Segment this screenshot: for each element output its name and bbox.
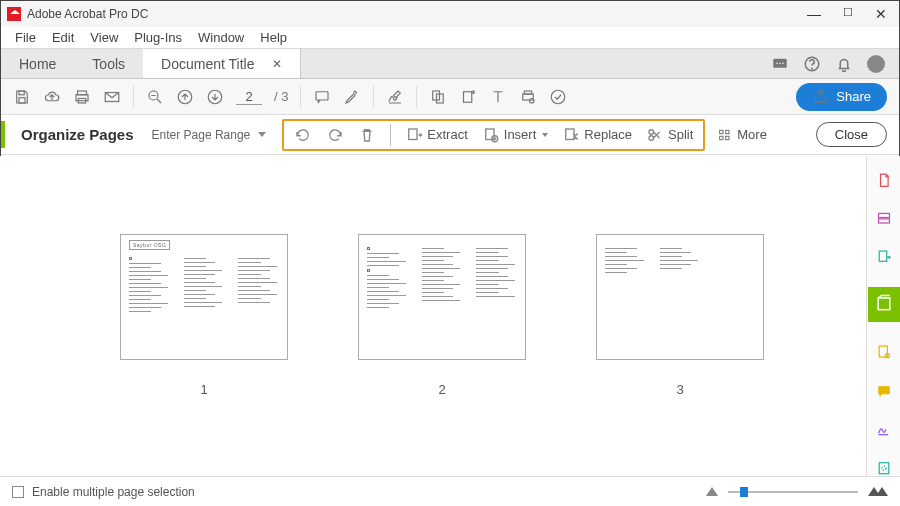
menu-edit[interactable]: Edit [46,30,80,45]
toolbar-divider [133,86,134,108]
edit-pdf-icon[interactable] [874,344,894,360]
mail-icon[interactable] [103,88,121,106]
check-circle-icon[interactable] [549,88,567,106]
organize-toolbar: Organize Pages Enter Page Range Extract … [1,115,899,155]
print-settings-icon[interactable] [519,88,537,106]
organize-pages-tool[interactable] [868,287,900,322]
replace-label: Replace [584,127,632,142]
replace-button[interactable]: Replace [562,126,632,144]
export-pdf-icon[interactable] [874,249,894,265]
split-label: Split [668,127,693,142]
menu-view[interactable]: View [84,30,124,45]
zoom-slider[interactable] [728,491,858,493]
page-total-label: / 3 [274,89,288,104]
toolbar-divider [300,86,301,108]
extract-button[interactable]: Extract [405,126,467,144]
tab-tools[interactable]: Tools [74,49,143,78]
menubar: File Edit View Plug-Ins Window Help [1,27,899,49]
svg-point-1 [776,62,778,64]
notifications-icon[interactable] [835,55,853,73]
create-pdf-icon[interactable] [874,172,894,188]
svg-point-22 [552,90,566,104]
page-thumbnail[interactable]: Saybor OSG 1 [120,234,288,397]
page-number-label: 2 [358,382,526,397]
organize-actions-highlight: Extract Insert Replace Split [282,119,705,151]
svg-rect-6 [19,91,24,95]
cloud-upload-icon[interactable] [43,88,61,106]
rotate-ccw-icon[interactable] [294,126,312,144]
zoom-slider-knob[interactable] [740,487,748,497]
quick-toolbar: / 3 Share [1,79,899,115]
rotate-page-icon[interactable] [459,88,477,106]
svg-point-2 [779,62,781,64]
svg-rect-26 [566,129,574,140]
more-button[interactable]: More [717,127,771,143]
split-button[interactable]: Split [646,126,693,144]
app-icon [7,7,21,21]
svg-rect-24 [486,129,494,140]
page-range-dropdown[interactable]: Enter Page Range [152,128,267,142]
delete-icon[interactable] [358,126,376,144]
right-tool-rail [866,156,900,476]
tab-document-label: Document Title [161,56,254,72]
svg-rect-33 [878,214,889,218]
page-thumbnail[interactable]: 2 [358,234,526,397]
zoom-in-thumb-icon [876,487,888,496]
insert-button[interactable]: Insert [482,126,549,144]
next-page-icon[interactable] [206,88,224,106]
crop-pages-icon[interactable] [429,88,447,106]
chat-icon[interactable] [771,55,789,73]
sign-icon[interactable] [386,88,404,106]
multi-select-checkbox[interactable] [12,486,24,498]
protect-icon[interactable] [874,460,894,476]
svg-rect-20 [525,91,533,94]
highlight-pen-icon[interactable] [343,88,361,106]
tab-close-icon[interactable]: ✕ [272,57,282,71]
add-text-icon[interactable] [489,88,507,106]
insert-label: Insert [504,127,537,142]
window-minimize-button[interactable]: — [807,6,821,22]
menu-plugins[interactable]: Plug-Ins [128,30,188,45]
menu-help[interactable]: Help [254,30,293,45]
svg-rect-15 [316,91,328,99]
window-titlebar: Adobe Acrobat Pro DC — ☐ ✕ [1,1,899,27]
comment-icon[interactable] [313,88,331,106]
save-icon[interactable] [13,88,31,106]
svg-rect-35 [879,251,887,261]
prev-page-icon[interactable] [176,88,194,106]
menu-window[interactable]: Window [192,30,250,45]
user-avatar[interactable] [867,55,885,73]
svg-rect-29 [720,130,723,133]
menu-file[interactable]: File [9,30,42,45]
extract-label: Extract [427,127,467,142]
share-button[interactable]: Share [796,83,887,111]
rotate-cw-icon[interactable] [326,126,344,144]
svg-rect-34 [878,219,889,223]
page-thumbnail[interactable]: 3 [596,234,764,397]
close-organize-button[interactable]: Close [816,122,887,147]
svg-point-41 [881,466,885,470]
window-close-button[interactable]: ✕ [875,6,887,22]
window-maximize-button[interactable]: ☐ [843,6,853,22]
multi-select-label: Enable multiple page selection [32,485,195,499]
zoom-out-icon[interactable] [146,88,164,106]
more-label: More [737,127,767,142]
page-number-input[interactable] [236,89,262,105]
comment-tool-icon[interactable] [874,383,894,399]
tab-home[interactable]: Home [1,49,74,78]
svg-point-5 [812,68,813,69]
zoom-out-thumb-icon[interactable] [706,487,718,496]
help-icon[interactable] [803,55,821,73]
tab-document[interactable]: Document Title ✕ [143,49,301,78]
window-title: Adobe Acrobat Pro DC [27,7,148,21]
page-thumb-header: Saybor OSG [129,240,170,250]
page-number-label: 1 [120,382,288,397]
dropdown-chevron-icon [258,132,266,137]
svg-rect-23 [409,129,417,140]
print-icon[interactable] [73,88,91,106]
svg-rect-39 [878,386,889,394]
organize-accent [1,121,5,148]
dropdown-chevron-icon [542,133,548,137]
fill-sign-icon[interactable] [874,421,894,437]
combine-files-icon[interactable] [874,210,894,226]
